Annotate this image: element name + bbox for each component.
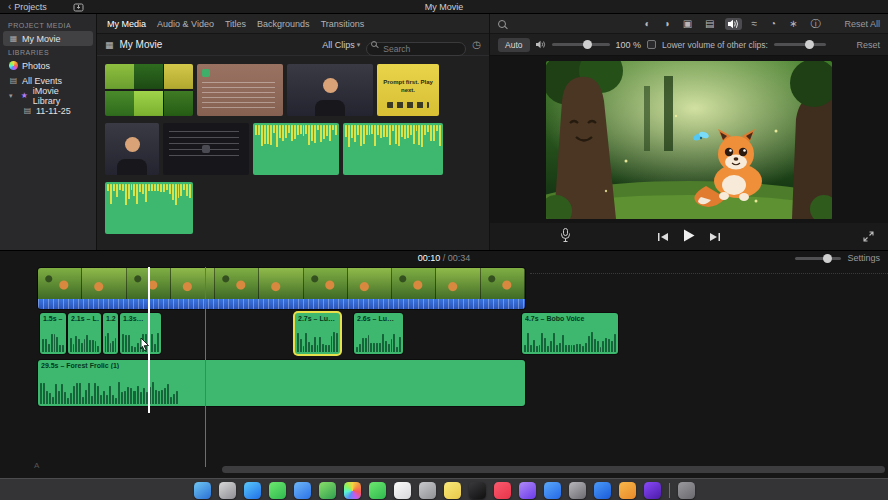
timeline-scrollbar[interactable] [222,466,885,473]
dock-pages-icon[interactable] [619,482,636,499]
timeline-zoom-slider[interactable] [795,257,841,260]
sidebar-item-my-movie[interactable]: ▦ My Movie [3,31,93,46]
timeline: 00:10 / 00:34 Settings 1.5s –2.1s – L…1.… [0,250,888,478]
project-icon: ▦ [9,34,18,43]
grid-view-icon[interactable]: ▦ [105,40,114,50]
dock-keynote-icon[interactable] [594,482,611,499]
dock-mail-icon[interactable] [294,482,311,499]
dock-facetime-icon[interactable] [369,482,386,499]
dock-music-icon[interactable] [494,482,511,499]
chevron-down-icon: ▾ [357,41,361,49]
tab-titles[interactable]: Titles [225,19,246,29]
media-thumb-audio[interactable] [105,182,193,234]
tab-my-media[interactable]: My Media [107,19,146,29]
browser-header: ▦ My Movie All Clips ▾ ◷ [97,34,489,56]
video-audio-waveform [38,299,525,309]
tab-audio-video[interactable]: Audio & Video [157,19,214,29]
sidebar-item-imovie-library[interactable]: ▾★iMovie Library [3,88,93,103]
stabilization-icon[interactable]: ▤ [702,18,717,30]
dock-messages-icon[interactable] [269,482,286,499]
import-media-icon[interactable] [73,2,84,12]
media-thumb-promo[interactable]: Prompt first. Play next. [377,64,439,116]
dock-trash-icon[interactable] [678,482,695,499]
back-to-projects-button[interactable]: ‹ Projects [8,1,47,12]
search-input[interactable] [366,42,466,56]
noise-reduction-icon[interactable]: ≈ [749,18,761,30]
media-thumb-doc[interactable] [197,64,283,116]
next-frame-button[interactable] [709,228,721,246]
media-thumb-terminal[interactable] [163,123,249,175]
dock-calendar-icon[interactable] [394,482,411,499]
dock-settings-icon[interactable] [569,482,586,499]
media-thumb-person[interactable] [105,123,159,175]
music-clip-label: 29.5s – Forest Frolic (1) [41,362,523,369]
audio-clip[interactable]: 2.6s – Lu… [354,313,403,354]
crop-icon[interactable]: ▣ [680,18,695,30]
media-thumb-person[interactable] [287,64,373,116]
dock-notes-icon[interactable] [444,482,461,499]
filmstrip-frame [392,268,436,299]
audio-clip-label: 1.2… [106,315,116,322]
filmstrip-frame [348,268,392,299]
video-clip[interactable] [38,268,525,309]
lower-volume-checkbox[interactable] [647,40,656,49]
reset-all-button[interactable]: Reset All [844,19,880,29]
audio-clip[interactable]: 2.7s – Lu… [295,313,340,354]
mouse-cursor [140,337,150,355]
dock-safari-icon[interactable] [244,482,261,499]
volume-slider[interactable] [552,43,610,46]
lower-volume-label: Lower volume of other clips: [662,40,768,50]
zoom-icon[interactable] [498,20,506,28]
play-button[interactable] [683,228,695,246]
disclosure-chevron-icon[interactable]: ▾ [9,92,16,100]
color-correction-icon[interactable]: ◑ [661,18,673,30]
audio-clip[interactable]: 1.2… [103,313,118,354]
speed-icon[interactable]: ◔ [767,18,779,30]
color-balance-icon[interactable]: ◐ [642,18,654,30]
filmstrip [38,268,525,299]
sidebar-item-label: iMovie Library [33,86,87,106]
events-icon: ▤ [9,76,18,85]
dock-finder-icon[interactable] [194,482,211,499]
clip-filter-icon[interactable]: ∗ [786,18,800,30]
dock-podcasts-icon[interactable] [519,482,536,499]
dock-maps-icon[interactable] [319,482,336,499]
adjust-toolbar: ◐◑▣▤≈◔∗ⓘ Reset All [490,14,888,34]
audio-clip[interactable]: 4.7s – Bobo Voice [522,313,618,354]
dock-photos-icon[interactable] [344,482,361,499]
dock-contacts-icon[interactable] [419,482,436,499]
previous-frame-button[interactable] [657,228,669,246]
tab-transitions[interactable]: Transitions [321,19,365,29]
media-tabs: My MediaAudio & VideoTitlesBackgroundsTr… [97,14,489,34]
fullscreen-icon[interactable] [863,228,874,246]
auto-volume-button[interactable]: Auto [498,38,530,52]
clip-filter-dropdown[interactable]: All Clips ▾ [322,40,360,50]
media-thumb-collage[interactable] [105,64,193,116]
audio-clip-label: 2.1s – L… [71,315,99,322]
filmstrip-frame [259,268,303,299]
sidebar-item-photos[interactable]: Photos [3,58,93,73]
reset-button[interactable]: Reset [856,40,880,50]
audio-clip-label: 1.5s – [43,315,64,322]
info-icon[interactable]: ⓘ [807,18,823,30]
tab-backgrounds[interactable]: Backgrounds [257,19,310,29]
browser-title: My Movie [120,39,163,50]
audio-clip-label: 2.7s – Lu… [298,315,338,322]
lower-volume-slider[interactable] [774,43,826,46]
dock-launchpad-icon[interactable] [219,482,236,499]
titlebar: ‹ Projects My Movie [0,0,888,14]
speaker-icon [536,40,546,49]
media-thumb-audio[interactable] [253,123,339,175]
dock-app-store-icon[interactable] [544,482,561,499]
dock-tv-icon[interactable] [469,482,486,499]
media-thumb-audio[interactable] [343,123,443,175]
dock-imovie-icon[interactable] [644,482,661,499]
music-clip[interactable]: 29.5s – Forest Frolic (1) [38,360,525,406]
duration-toggle-icon[interactable]: ◷ [472,39,481,50]
sidebar: PROJECT MEDIA ▦ My Movie LIBRARIES Photo… [0,14,97,250]
audio-clip[interactable]: 1.5s – [40,313,66,354]
audio-clip[interactable]: 2.1s – L… [68,313,101,354]
time-current: 00:10 [418,253,441,263]
volume-icon[interactable] [725,18,742,30]
filmstrip-frame [304,268,348,299]
